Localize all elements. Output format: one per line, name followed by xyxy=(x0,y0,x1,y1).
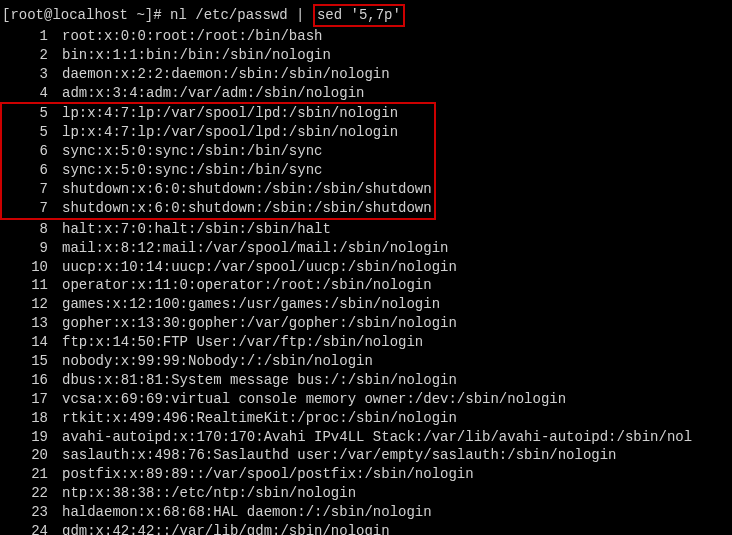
line-text: rtkit:x:499:496:RealtimeKit:/proc:/sbin/… xyxy=(62,410,457,426)
output-line: 16dbus:x:81:81:System message bus:/:/sbi… xyxy=(2,371,732,390)
line-number: 11 xyxy=(2,276,48,295)
output-line: 17vcsa:x:69:69:virtual console memory ow… xyxy=(2,390,732,409)
command-highlight: sed '5,7p' xyxy=(313,4,405,27)
terminal-output: [root@localhost ~]# nl /etc/passwd | sed… xyxy=(2,4,732,535)
line-number: 10 xyxy=(2,258,48,277)
output-line: 14ftp:x:14:50:FTP User:/var/ftp:/sbin/no… xyxy=(2,333,732,352)
output-line: 20saslauth:x:498:76:Saslauthd user:/var/… xyxy=(2,446,732,465)
line-number: 4 xyxy=(2,84,48,103)
line-number: 9 xyxy=(2,239,48,258)
line-number: 2 xyxy=(2,46,48,65)
line-number: 19 xyxy=(2,428,48,447)
line-text: mail:x:8:12:mail:/var/spool/mail:/sbin/n… xyxy=(62,240,448,256)
line-text: avahi-autoipd:x:170:170:Avahi IPv4LL Sta… xyxy=(62,429,692,445)
line-number: 5 xyxy=(2,123,48,142)
output-block-post: 8halt:x:7:0:halt:/sbin:/sbin/halt9mail:x… xyxy=(2,220,732,535)
output-line: 7shutdown:x:6:0:shutdown:/sbin:/sbin/shu… xyxy=(2,180,432,199)
line-number: 12 xyxy=(2,295,48,314)
line-text: operator:x:11:0:operator:/root:/sbin/nol… xyxy=(62,277,432,293)
line-number: 6 xyxy=(2,142,48,161)
output-block-highlight: 5lp:x:4:7:lp:/var/spool/lpd:/sbin/nologi… xyxy=(0,102,436,219)
output-line: 3daemon:x:2:2:daemon:/sbin:/sbin/nologin xyxy=(2,65,732,84)
line-text: games:x:12:100:games:/usr/games:/sbin/no… xyxy=(62,296,440,312)
line-number: 7 xyxy=(2,199,48,218)
line-number: 16 xyxy=(2,371,48,390)
output-line: 18rtkit:x:499:496:RealtimeKit:/proc:/sbi… xyxy=(2,409,732,428)
line-number: 15 xyxy=(2,352,48,371)
line-number: 8 xyxy=(2,220,48,239)
line-number: 21 xyxy=(2,465,48,484)
command-prefix: nl /etc/passwd | xyxy=(162,7,313,23)
line-text: haldaemon:x:68:68:HAL daemon:/:/sbin/nol… xyxy=(62,504,432,520)
line-text: saslauth:x:498:76:Saslauthd user:/var/em… xyxy=(62,447,617,463)
shell-prompt: [root@localhost ~]# xyxy=(2,7,162,23)
line-number: 1 xyxy=(2,27,48,46)
line-text: lp:x:4:7:lp:/var/spool/lpd:/sbin/nologin xyxy=(62,124,398,140)
output-line: 22ntp:x:38:38::/etc/ntp:/sbin/nologin xyxy=(2,484,732,503)
line-number: 14 xyxy=(2,333,48,352)
line-text: bin:x:1:1:bin:/bin:/sbin/nologin xyxy=(62,47,331,63)
line-text: vcsa:x:69:69:virtual console memory owne… xyxy=(62,391,566,407)
line-number: 18 xyxy=(2,409,48,428)
line-text: daemon:x:2:2:daemon:/sbin:/sbin/nologin xyxy=(62,66,390,82)
line-number: 7 xyxy=(2,180,48,199)
line-number: 13 xyxy=(2,314,48,333)
prompt-line: [root@localhost ~]# nl /etc/passwd | sed… xyxy=(2,4,732,27)
line-text: ftp:x:14:50:FTP User:/var/ftp:/sbin/nolo… xyxy=(62,334,423,350)
line-number: 17 xyxy=(2,390,48,409)
output-line: 24gdm:x:42:42::/var/lib/gdm:/sbin/nologi… xyxy=(2,522,732,535)
output-line: 7shutdown:x:6:0:shutdown:/sbin:/sbin/shu… xyxy=(2,199,432,218)
line-number: 23 xyxy=(2,503,48,522)
line-text: lp:x:4:7:lp:/var/spool/lpd:/sbin/nologin xyxy=(62,105,398,121)
output-line: 5lp:x:4:7:lp:/var/spool/lpd:/sbin/nologi… xyxy=(2,123,432,142)
line-text: dbus:x:81:81:System message bus:/:/sbin/… xyxy=(62,372,457,388)
output-line: 8halt:x:7:0:halt:/sbin:/sbin/halt xyxy=(2,220,732,239)
line-number: 22 xyxy=(2,484,48,503)
line-text: nobody:x:99:99:Nobody:/:/sbin/nologin xyxy=(62,353,373,369)
output-line: 4adm:x:3:4:adm:/var/adm:/sbin/nologin xyxy=(2,84,732,103)
output-line: 10uucp:x:10:14:uucp:/var/spool/uucp:/sbi… xyxy=(2,258,732,277)
line-number: 24 xyxy=(2,522,48,535)
output-line: 2bin:x:1:1:bin:/bin:/sbin/nologin xyxy=(2,46,732,65)
line-text: gdm:x:42:42::/var/lib/gdm:/sbin/nologin xyxy=(62,523,390,535)
line-text: root:x:0:0:root:/root:/bin/bash xyxy=(62,28,322,44)
line-text: ntp:x:38:38::/etc/ntp:/sbin/nologin xyxy=(62,485,356,501)
output-line: 23haldaemon:x:68:68:HAL daemon:/:/sbin/n… xyxy=(2,503,732,522)
line-text: shutdown:x:6:0:shutdown:/sbin:/sbin/shut… xyxy=(62,181,432,197)
line-text: uucp:x:10:14:uucp:/var/spool/uucp:/sbin/… xyxy=(62,259,457,275)
line-number: 20 xyxy=(2,446,48,465)
line-text: sync:x:5:0:sync:/sbin:/bin/sync xyxy=(62,162,322,178)
output-line: 13gopher:x:13:30:gopher:/var/gopher:/sbi… xyxy=(2,314,732,333)
line-number: 6 xyxy=(2,161,48,180)
output-line: 5lp:x:4:7:lp:/var/spool/lpd:/sbin/nologi… xyxy=(2,104,432,123)
line-text: adm:x:3:4:adm:/var/adm:/sbin/nologin xyxy=(62,85,364,101)
line-text: sync:x:5:0:sync:/sbin:/bin/sync xyxy=(62,143,322,159)
output-line: 21postfix:x:89:89::/var/spool/postfix:/s… xyxy=(2,465,732,484)
output-line: 15nobody:x:99:99:Nobody:/:/sbin/nologin xyxy=(2,352,732,371)
line-text: postfix:x:89:89::/var/spool/postfix:/sbi… xyxy=(62,466,474,482)
output-line: 12games:x:12:100:games:/usr/games:/sbin/… xyxy=(2,295,732,314)
output-line: 6sync:x:5:0:sync:/sbin:/bin/sync xyxy=(2,142,432,161)
output-block-pre: 1root:x:0:0:root:/root:/bin/bash2bin:x:1… xyxy=(2,27,732,103)
line-number: 5 xyxy=(2,104,48,123)
line-text: shutdown:x:6:0:shutdown:/sbin:/sbin/shut… xyxy=(62,200,432,216)
output-line: 11operator:x:11:0:operator:/root:/sbin/n… xyxy=(2,276,732,295)
output-line: 6sync:x:5:0:sync:/sbin:/bin/sync xyxy=(2,161,432,180)
line-text: halt:x:7:0:halt:/sbin:/sbin/halt xyxy=(62,221,331,237)
line-text: gopher:x:13:30:gopher:/var/gopher:/sbin/… xyxy=(62,315,457,331)
line-number: 3 xyxy=(2,65,48,84)
output-line: 9mail:x:8:12:mail:/var/spool/mail:/sbin/… xyxy=(2,239,732,258)
output-line: 1root:x:0:0:root:/root:/bin/bash xyxy=(2,27,732,46)
output-line: 19avahi-autoipd:x:170:170:Avahi IPv4LL S… xyxy=(2,428,732,447)
